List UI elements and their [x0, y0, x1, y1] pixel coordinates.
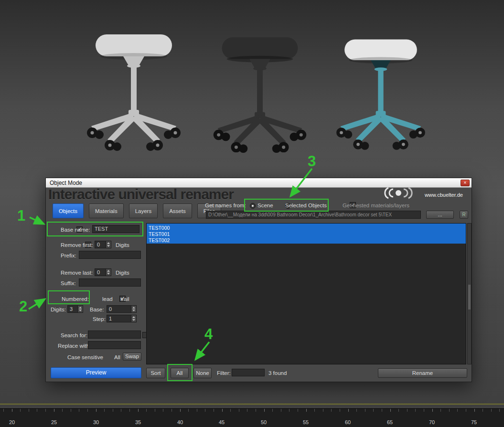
- close-button[interactable]: ×: [461, 180, 470, 186]
- digits-value: 3: [68, 306, 77, 312]
- tab-objects[interactable]: Objects: [53, 203, 84, 218]
- suffix-input[interactable]: [79, 278, 141, 287]
- list-item[interactable]: TEST001: [147, 231, 466, 237]
- remove-first-spinner[interactable]: 0: [95, 241, 111, 248]
- remove-first-label: Remove first:: [61, 242, 93, 248]
- tick-label: 35: [135, 419, 141, 425]
- tick-label: 45: [219, 419, 225, 425]
- trail-radio-label: trail: [120, 296, 129, 302]
- base-spinner[interactable]: 0: [107, 305, 137, 313]
- scene-radio[interactable]: [250, 203, 256, 209]
- remove-last-value: 0: [95, 269, 106, 276]
- base-name-label: Base name:: [61, 227, 90, 233]
- selected-objects-radio-label: Selected Objects: [285, 203, 327, 208]
- scene-radio-label: Scene: [257, 203, 273, 208]
- stool-teal: [329, 36, 433, 155]
- remove-first-value: 0: [95, 241, 106, 248]
- preview-button[interactable]: Preview: [51, 367, 141, 378]
- spinner-arrows-icon[interactable]: [106, 241, 111, 248]
- tick-label: 55: [303, 419, 309, 425]
- tick-label: 70: [429, 419, 435, 425]
- list-scrollbar[interactable]: [467, 223, 472, 364]
- remove-last-digits-label: Digits: [116, 270, 129, 276]
- stool-frame: [218, 56, 302, 145]
- step-value: 1: [107, 315, 131, 322]
- swap-button[interactable]: Swap: [123, 352, 141, 361]
- window-title: Object Mode: [50, 180, 82, 186]
- tab-bar: Objects Materials Layers Assets Files: [53, 203, 221, 218]
- replace-with-label: Replace with:: [58, 343, 91, 349]
- cbuelter-logo-icon: [383, 187, 417, 199]
- base-name-input[interactable]: TEST: [92, 225, 139, 233]
- tick-label: 30: [93, 419, 99, 425]
- replace-with-input[interactable]: [88, 341, 141, 349]
- close-icon: ×: [464, 180, 467, 185]
- renamer-window: Object Mode × Interactive universal rena…: [45, 178, 472, 382]
- get-names-from-label: Get names from:: [205, 203, 246, 208]
- track-bar[interactable]: 20 25 30 35 40 45 50 55 60 65 70 75: [0, 408, 504, 427]
- nested-materials-label: Get nested materials/layers: [343, 203, 409, 208]
- lead-radio-label: lead: [102, 296, 113, 302]
- time-slider-line: [0, 404, 504, 405]
- step-spinner[interactable]: 1: [107, 315, 137, 322]
- tick-label: 50: [261, 419, 267, 425]
- numbered-label: Numbered:: [62, 296, 89, 302]
- base-label: Base:: [90, 307, 104, 312]
- sort-button[interactable]: Sort: [146, 368, 165, 378]
- select-all-button[interactable]: All: [171, 368, 189, 378]
- remove-last-label: Remove last:: [61, 270, 93, 276]
- stool-wheels: [336, 128, 425, 149]
- stool-black: [204, 34, 315, 158]
- stool-frame: [341, 57, 421, 142]
- tab-layers[interactable]: Layers: [129, 203, 158, 218]
- prefix-input[interactable]: [79, 251, 141, 259]
- tick-label: 40: [177, 419, 183, 425]
- search-for-input[interactable]: [88, 331, 141, 339]
- trackbar-ticks: [0, 409, 504, 412]
- stool-wheels: [87, 128, 181, 151]
- tick-label: 25: [51, 419, 57, 425]
- digits-spinner[interactable]: 3: [67, 305, 83, 313]
- app-header-title: Interactive universal renamer: [48, 186, 234, 203]
- website-link[interactable]: www.cbuelter.de: [425, 192, 463, 198]
- tab-materials[interactable]: Materials: [89, 203, 124, 218]
- tick-label: 20: [9, 419, 15, 425]
- spinner-arrows-icon[interactable]: [106, 269, 111, 276]
- list-item[interactable]: TEST002: [147, 237, 466, 244]
- list-item[interactable]: TEST000: [147, 225, 466, 231]
- tick-label: 75: [471, 419, 477, 425]
- stool-frame: [91, 53, 176, 143]
- spinner-arrows-icon[interactable]: [131, 315, 136, 322]
- rename-button[interactable]: Rename: [378, 368, 467, 378]
- name-list[interactable]: TEST000 TEST001 TEST002: [146, 223, 466, 364]
- replace-all-label: All: [114, 354, 120, 360]
- spinner-arrows-icon[interactable]: [131, 306, 136, 312]
- tick-label: 65: [387, 419, 393, 425]
- base-value: 0: [107, 306, 131, 312]
- stool-wheels: [214, 129, 306, 153]
- suffix-label: Suffix:: [61, 280, 76, 286]
- remove-last-spinner[interactable]: 0: [95, 268, 111, 276]
- search-for-label: Search for:: [61, 332, 87, 338]
- step-label: Step:: [93, 316, 106, 322]
- case-sensitive-label: Case sensitive: [67, 354, 103, 360]
- remove-first-digits-label: Digits: [116, 242, 129, 248]
- spinner-arrows-icon[interactable]: [77, 306, 83, 312]
- filter-input[interactable]: [232, 369, 265, 376]
- prefix-label: Prefix:: [61, 253, 76, 258]
- tab-assets[interactable]: Assets: [163, 203, 192, 218]
- stool-light-gray: [79, 32, 189, 156]
- refresh-button[interactable]: R: [460, 211, 468, 219]
- browse-button[interactable]: ...: [426, 211, 454, 219]
- select-none-button[interactable]: None: [193, 368, 212, 378]
- digits-label: Digits:: [51, 307, 66, 312]
- tick-label: 60: [345, 419, 351, 425]
- list-scrollbar-thumb[interactable]: [468, 285, 471, 310]
- found-count-label: 3 found: [268, 370, 287, 376]
- filter-label: Filter:: [217, 370, 231, 376]
- texture-path-input[interactable]: D:\Other\__Модели на 3dd\009 Bathroom De…: [206, 211, 421, 219]
